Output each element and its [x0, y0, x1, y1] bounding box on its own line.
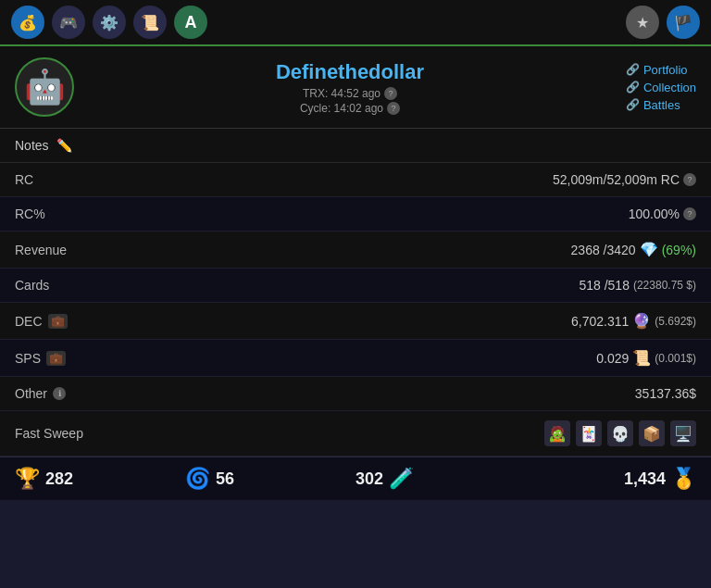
dec-label: DEC 💼	[15, 314, 68, 329]
settings-nav-icon[interactable]: ⚙️	[93, 6, 126, 39]
gamepad-nav-icon[interactable]: 🎮	[52, 6, 85, 39]
battle-value: 302	[356, 469, 383, 489]
rc-row: RC 52,009m/52,009m RC ?	[0, 163, 711, 197]
sps-label: SPS 💼	[15, 351, 66, 366]
sps-value: 0.029 📜 (0.001$)	[596, 349, 696, 367]
notes-label: Notes	[15, 138, 49, 153]
rc-percent-value: 100.00% ?	[629, 206, 696, 221]
revenue-label: Revenue	[15, 243, 67, 257]
rc-percent-row: RC% 100.00% ?	[0, 197, 711, 231]
sps-scroll-icon: 📜	[632, 349, 651, 367]
fast-sweep-row: Fast Sweep 🧟 🃏 💀 📦 🖥️	[0, 411, 711, 457]
portfolio-link-icon: 🔗	[626, 63, 640, 76]
revenue-row: Revenue 2368 /3420 💎 (69%)	[0, 231, 711, 269]
rc-percent-label: RC%	[15, 206, 45, 221]
medal-value: 1,434	[624, 469, 666, 489]
scroll-nav-icon[interactable]: 📜	[133, 6, 167, 39]
rc-percent-info-icon[interactable]: ?	[683, 207, 696, 220]
trophy-value: 282	[45, 469, 73, 489]
trx-time: TRX: 44:52 ago ?	[303, 87, 397, 100]
potion-icon: 🧪	[389, 467, 414, 491]
other-label: Other ℹ	[15, 386, 66, 401]
revenue-value: 2368 /3420 💎 (69%)	[571, 241, 696, 258]
alpha-nav-icon[interactable]: A	[174, 6, 207, 39]
trx-info-icon[interactable]: ?	[384, 87, 397, 100]
rc-info-icon[interactable]: ?	[683, 173, 696, 186]
revenue-gem-icon: 💎	[640, 241, 658, 258]
sweep-icon-5[interactable]: 🖥️	[670, 420, 696, 446]
fast-sweep-label: Fast Sweep	[15, 426, 83, 441]
wallet-nav-icon[interactable]: 💰	[11, 6, 44, 39]
star-nav-icon[interactable]: ★	[626, 6, 659, 39]
cycle-item: 🌀 56	[185, 467, 356, 491]
sps-wallet-icon: 💼	[46, 351, 66, 366]
dec-gem-icon: 🔮	[632, 312, 651, 330]
sweep-icon-1[interactable]: 🧟	[544, 420, 570, 446]
medal-icon: 🥇	[671, 467, 696, 491]
rc-label: RC	[15, 172, 33, 187]
avatar: 🤖	[15, 57, 74, 117]
cycle-info-icon[interactable]: ?	[387, 102, 400, 115]
cards-label: Cards	[15, 278, 49, 293]
sweep-icon-4[interactable]: 📦	[639, 420, 665, 446]
sweep-icon-2[interactable]: 🃏	[576, 420, 602, 446]
dec-row: DEC 💼 6,702.311 🔮 (5.692$)	[0, 303, 711, 340]
other-value: 35137.36$	[635, 386, 696, 401]
portfolio-link[interactable]: 🔗 Portfolio	[626, 63, 688, 77]
bottom-bar: 🏆 282 🌀 56 302 🧪 1,434 🥇	[0, 457, 711, 500]
notes-edit-icon[interactable]: ✏️	[56, 138, 72, 153]
profile-links: 🔗 Portfolio 🔗 Collection 🔗 Battles	[626, 63, 696, 112]
dec-value: 6,702.311 🔮 (5.692$)	[571, 312, 696, 330]
cycle-value: 56	[216, 469, 234, 489]
cycle-time: Cycle: 14:02 ago ?	[300, 102, 400, 115]
profile-sub: TRX: 44:52 ago ? Cycle: 14:02 ago ?	[74, 87, 626, 115]
flag-nav-icon[interactable]: 🏴	[667, 6, 700, 39]
cycle-icon: 🌀	[185, 467, 210, 491]
cards-row: Cards 518 /518 (22380.75 $)	[0, 269, 711, 303]
cards-value: 518 /518 (22380.75 $)	[579, 278, 696, 293]
medal-item: 1,434 🥇	[526, 467, 696, 491]
collection-link[interactable]: 🔗 Collection	[626, 81, 696, 94]
notes-row: Notes ✏️	[0, 129, 711, 163]
battles-link-icon: 🔗	[626, 98, 640, 111]
sweep-icon-3[interactable]: 💀	[607, 420, 633, 446]
other-info-icon[interactable]: ℹ	[53, 387, 66, 400]
stats-table: RC 52,009m/52,009m RC ? RC% 100.00% ? Re…	[0, 163, 711, 411]
battle-item: 302 🧪	[356, 467, 526, 491]
profile-center: Definethedollar TRX: 44:52 ago ? Cycle: …	[74, 60, 626, 115]
rc-value: 52,009m/52,009m RC ?	[553, 172, 696, 187]
battles-link[interactable]: 🔗 Battles	[626, 98, 680, 112]
sps-row: SPS 💼 0.029 📜 (0.001$)	[0, 340, 711, 377]
profile-username: Definethedollar	[74, 60, 626, 84]
dec-wallet-icon: 💼	[48, 314, 68, 329]
sweep-icons: 🧟 🃏 💀 📦 🖥️	[544, 420, 696, 446]
top-nav: 💰 🎮 ⚙️ 📜 A ★ 🏴	[0, 0, 711, 46]
trophy-icon: 🏆	[15, 467, 40, 491]
other-row: Other ℹ 35137.36$	[0, 377, 711, 411]
profile-section: 🤖 Definethedollar TRX: 44:52 ago ? Cycle…	[0, 46, 711, 129]
trophy-item: 🏆 282	[15, 467, 185, 491]
collection-link-icon: 🔗	[626, 81, 640, 94]
